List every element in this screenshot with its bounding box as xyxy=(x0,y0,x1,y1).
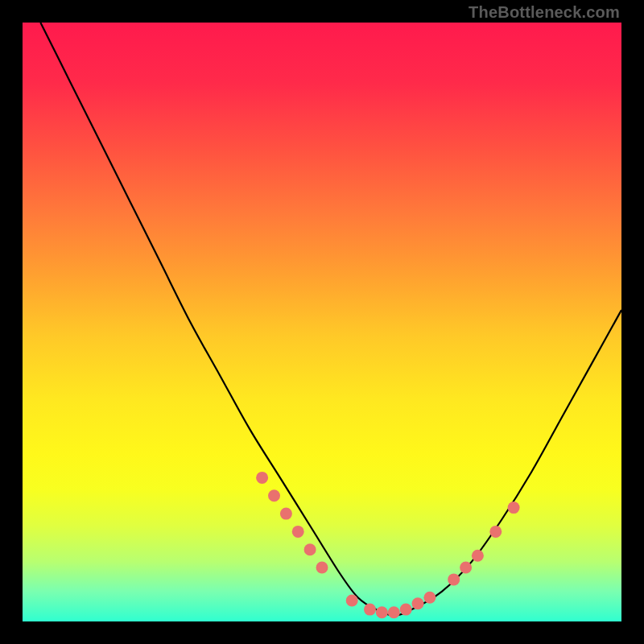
marker-dot xyxy=(423,592,436,604)
marker-dot xyxy=(364,604,376,616)
marker-dot xyxy=(346,595,358,607)
marker-dot xyxy=(376,606,388,618)
marker-dot xyxy=(388,606,400,618)
marker-dot xyxy=(412,597,424,609)
marker-dot xyxy=(256,472,268,484)
marker-dot xyxy=(268,489,280,502)
marker-dot xyxy=(292,526,304,538)
marker-dot xyxy=(508,502,520,514)
marker-dots xyxy=(256,472,519,618)
marker-dot xyxy=(448,573,460,585)
chart-svg xyxy=(23,23,621,621)
marker-dot xyxy=(460,562,472,574)
bottleneck-curve xyxy=(40,23,621,616)
marker-dot xyxy=(489,526,502,538)
chart-plot-area xyxy=(23,23,621,621)
marker-dot xyxy=(400,604,412,616)
marker-dot xyxy=(316,562,328,574)
marker-dot xyxy=(280,508,292,520)
watermark-text: TheBottleneck.com xyxy=(469,3,620,22)
marker-dot xyxy=(472,550,484,562)
marker-dot xyxy=(304,543,316,555)
